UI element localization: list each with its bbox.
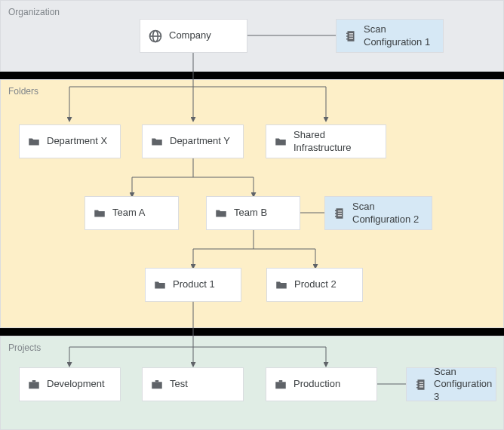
folder-icon [150,135,164,149]
organization-band-label: Organization [8,7,60,17]
globe-icon [148,29,163,44]
band-divider [0,72,504,79]
department-y-node: Department Y [142,124,244,158]
folder-icon [274,135,287,149]
product-1-label: Product 1 [173,278,215,290]
department-y-label: Department Y [170,135,230,147]
product-1-node: Product 1 [145,268,241,302]
product-2-label: Product 2 [294,278,337,290]
svg-rect-31 [419,382,423,382]
test-label: Test [170,378,188,390]
development-label: Development [47,378,105,390]
production-node: Production [266,367,377,401]
team-b-node: Team B [206,196,300,230]
briefcase-icon [150,378,164,392]
scan-config-2-label: ScanConfiguration 2 [352,201,419,226]
folder-icon [93,207,106,220]
team-a-label: Team A [112,207,145,219]
folder-icon [27,135,41,149]
company-label: Company [169,29,211,41]
diagram-stage: Organization Folders Projects [0,0,504,430]
svg-rect-25 [349,33,353,34]
product-2-node: Product 2 [266,268,363,302]
scan-config-3-node: ScanConfiguration 3 [406,367,496,401]
department-x-label: Department X [47,135,107,147]
scan-config-2-node: ScanConfiguration 2 [324,196,432,230]
production-label: Production [293,378,340,390]
folders-band-label: Folders [8,86,38,97]
folder-icon [153,278,167,292]
svg-rect-30 [338,215,342,216]
development-node: Development [19,367,121,401]
briefcase-icon [274,378,287,392]
shared-infra-label: SharedInfrastructure [293,129,352,154]
document-icon [414,378,428,392]
svg-rect-28 [338,210,342,211]
shared-infra-node: SharedInfrastructure [266,124,386,158]
scan-config-1-label: ScanConfiguration 1 [364,23,430,48]
svg-rect-32 [419,384,423,385]
folder-icon [214,207,228,220]
folder-icon [275,278,288,292]
team-a-node: Team A [85,196,179,230]
svg-rect-29 [338,213,342,213]
svg-rect-27 [349,38,353,38]
company-node: Company [140,19,247,53]
document-icon [333,207,346,220]
band-divider [0,328,504,336]
test-node: Test [142,367,244,401]
projects-band-label: Projects [8,342,41,353]
scan-config-3-label: ScanConfiguration 3 [434,366,492,403]
svg-rect-26 [349,35,353,36]
document-icon [344,29,358,43]
department-x-node: Department X [19,124,121,158]
briefcase-icon [27,378,41,392]
scan-config-1-node: ScanConfiguration 1 [336,19,444,53]
team-b-label: Team B [234,207,267,219]
svg-rect-33 [419,386,423,387]
